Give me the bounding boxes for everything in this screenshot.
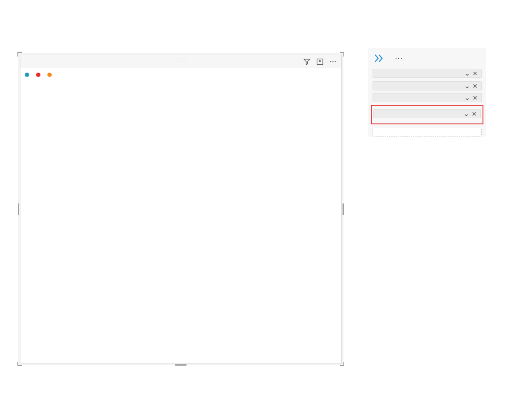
x-axis-labels [46, 324, 316, 337]
field-pill-text [373, 70, 463, 77]
svg-rect-0 [317, 59, 323, 65]
svg-point-1 [330, 61, 332, 63]
field-pill[interactable]: ⌄ ✕ [373, 93, 482, 102]
field-pill[interactable]: ⌄ ✕ [373, 69, 482, 78]
drag-grip[interactable] [175, 59, 187, 61]
focus-mode-icon[interactable] [316, 58, 324, 66]
y-axis-right [317, 80, 337, 321]
field-pill-text [374, 110, 462, 117]
chart-plot [25, 80, 337, 337]
chart-legend [20, 72, 341, 79]
field-well-line-y-highlighted: ⌄ ✕ [371, 105, 483, 124]
legend-item [36, 72, 42, 77]
visualizations-panel: ⋯ ⌄ ✕ ⌄ ✕ ⌄ ✕ [368, 48, 486, 137]
viz-type-icon[interactable] [371, 51, 388, 65]
field-pill[interactable]: ⌄ ✕ [373, 109, 481, 118]
chevron-down-icon[interactable]: ⌄ [463, 110, 469, 118]
viz-more-icon[interactable]: ⋯ [390, 51, 407, 65]
chart-header [20, 55, 341, 68]
field-pill-text [373, 83, 463, 90]
chevron-down-icon[interactable]: ⌄ [464, 69, 470, 77]
remove-field-icon[interactable]: ✕ [472, 70, 479, 77]
plot-area [46, 80, 316, 321]
filter-icon[interactable] [303, 58, 311, 66]
chart-title [20, 68, 341, 72]
y-axis-left [25, 80, 45, 321]
field-well-x-axis: ⌄ ✕ [372, 69, 483, 78]
more-options-icon[interactable] [329, 58, 337, 66]
svg-point-3 [335, 61, 336, 63]
legend-item [47, 72, 53, 77]
field-pill-text [373, 94, 463, 101]
svg-point-2 [333, 61, 334, 63]
empty-field-well[interactable] [373, 128, 482, 137]
remove-field-icon[interactable]: ✕ [472, 83, 479, 90]
legend-item [25, 72, 31, 77]
field-well-column-y: ⌄ ✕ ⌄ ✕ [372, 81, 483, 102]
remove-field-icon[interactable]: ✕ [472, 94, 479, 101]
field-pill[interactable]: ⌄ ✕ [373, 81, 482, 90]
chevron-down-icon[interactable]: ⌄ [464, 93, 470, 102]
field-well-column-legend [372, 128, 483, 137]
chart-card[interactable] [20, 55, 342, 363]
remove-field-icon[interactable]: ✕ [471, 110, 478, 117]
chevron-down-icon[interactable]: ⌄ [464, 82, 470, 90]
